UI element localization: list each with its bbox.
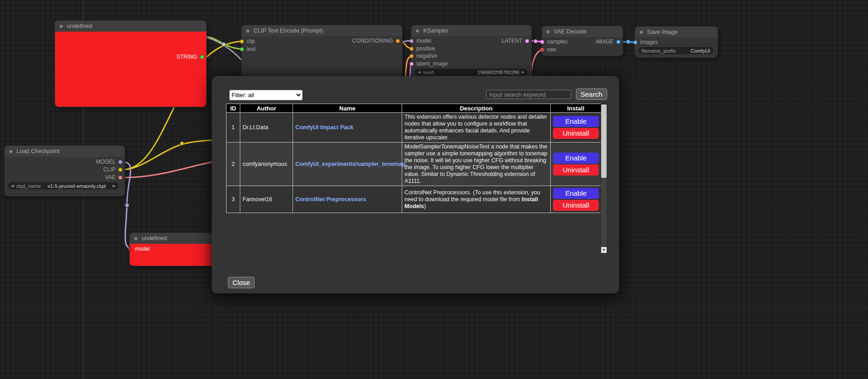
slot-label: positive <box>416 45 435 52</box>
slot-label: latent_image <box>416 60 448 67</box>
node-ksampler[interactable]: KSampler model positive negative latent_… <box>411 25 531 77</box>
input-slot-latent-image[interactable]: latent_image <box>411 60 448 67</box>
latent-slot-dot[interactable] <box>409 62 414 66</box>
node-title: Load Checkpoint <box>17 148 60 154</box>
input-slot-model[interactable]: model <box>411 37 431 44</box>
model-slot-dot[interactable] <box>409 39 414 43</box>
vae-slot-dot[interactable] <box>540 48 544 52</box>
col-header-install: Install <box>551 104 601 113</box>
search-input[interactable] <box>486 90 571 99</box>
latent-slot-dot[interactable] <box>525 39 529 43</box>
vae-slot-dot[interactable] <box>118 176 122 180</box>
node-titlebar[interactable]: VAE Decode <box>542 26 623 37</box>
widget-label: ckpt_name <box>16 183 41 189</box>
node-title: Save Image <box>647 29 678 35</box>
extension-link[interactable]: ComfyUI_experiments/sampler_tonemap <box>295 161 405 167</box>
node-titlebar[interactable]: CLIP Text Encode (Prompt) <box>242 25 402 36</box>
input-slot-samples[interactable]: samples <box>542 38 568 45</box>
node-undefined-top[interactable]: undefined STRING <box>55 21 206 107</box>
input-slot-model[interactable]: model <box>130 245 150 253</box>
scrollbar-thumb[interactable] <box>601 104 607 178</box>
output-slot-latent[interactable]: LATENT <box>502 37 529 44</box>
node-save-image[interactable]: Save Image images filename_prefix ComfyU… <box>635 27 718 57</box>
latent-slot-dot[interactable] <box>540 40 544 44</box>
slot-label: negative <box>416 53 437 59</box>
conditioning-slot-dot[interactable] <box>409 47 414 51</box>
enable-button[interactable]: Enable <box>553 116 599 127</box>
widget-value: ComfyUI <box>678 48 710 54</box>
input-slot-positive[interactable]: positive <box>411 45 435 52</box>
wire-midpoint-dot <box>125 203 129 208</box>
model-slot-dot[interactable] <box>128 247 132 251</box>
table-header-row: ID Author Name Description Install <box>227 104 601 113</box>
close-button[interactable]: Close <box>228 277 254 288</box>
collapse-dot-icon[interactable] <box>546 30 550 34</box>
input-slot-vae[interactable]: vae <box>542 46 556 53</box>
clip-slot-dot[interactable] <box>240 39 244 44</box>
collapse-dot-icon[interactable] <box>134 236 138 241</box>
next-arrow-icon[interactable]: ▶ <box>113 184 116 188</box>
uninstall-button[interactable]: Uninstall <box>553 165 599 176</box>
wire-midpoint-dot <box>534 39 538 44</box>
node-titlebar[interactable]: undefined <box>55 21 206 32</box>
slot-label: text <box>247 46 255 52</box>
input-slot-images[interactable]: images <box>635 38 658 46</box>
slot-label: clip <box>247 38 255 44</box>
cell-description: ControlNet Preprocessors. (To use this e… <box>402 186 551 213</box>
uninstall-button[interactable]: Uninstall <box>553 128 599 139</box>
text-slot-dot[interactable] <box>240 47 244 51</box>
node-titlebar[interactable]: Load Checkpoint <box>5 146 125 157</box>
increment-arrow-icon[interactable]: ▶ <box>522 70 525 74</box>
model-slot-dot[interactable] <box>118 160 122 164</box>
filename-prefix-widget[interactable]: filename_prefix ComfyUI <box>639 47 713 54</box>
input-slot-negative[interactable]: negative <box>411 52 437 60</box>
seed-widget[interactable]: ◀ seed 156680208700286 ▶ <box>415 69 527 76</box>
extension-link[interactable]: ComfyUI Impact Pack <box>295 124 354 131</box>
output-slot-model[interactable]: MODEL <box>96 158 122 165</box>
input-slot-text[interactable]: text <box>242 45 255 53</box>
slot-label: model <box>416 38 431 44</box>
scrollbar-down-arrow-icon[interactable]: ▼ <box>601 247 607 253</box>
table-row: 1 Dr.Lt.Data ComfyUI Impact Pack This ex… <box>227 113 601 143</box>
collapse-dot-icon[interactable] <box>246 29 250 33</box>
output-slot-conditioning[interactable]: CONDITIONING <box>352 37 400 44</box>
enable-button[interactable]: Enable <box>553 153 599 164</box>
conditioning-slot-dot[interactable] <box>396 39 400 43</box>
image-slot-dot[interactable] <box>633 40 637 44</box>
vertical-scrollbar[interactable]: ▼ <box>601 104 607 253</box>
cell-author: Dr.Lt.Data <box>240 113 293 143</box>
widget-value: 156680208700286 <box>436 70 520 75</box>
conditioning-slot-dot[interactable] <box>409 54 414 58</box>
string-slot-dot[interactable] <box>200 55 204 59</box>
node-titlebar[interactable]: KSampler <box>411 25 531 36</box>
node-load-checkpoint[interactable]: Load Checkpoint MODEL CLIP VAE ◀ ckpt_na… <box>5 146 125 196</box>
enable-button[interactable]: Enable <box>553 188 599 199</box>
output-slot-image[interactable]: IMAGE <box>596 38 620 45</box>
collapse-dot-icon[interactable] <box>415 29 420 33</box>
collapse-dot-icon[interactable] <box>639 30 643 34</box>
wire-midpoint-dot <box>180 142 184 146</box>
graph-canvas[interactable]: undefined STRING CLIP Text Encode (Promp… <box>0 0 868 379</box>
extension-link[interactable]: ControlNet Preprocessors <box>295 196 366 203</box>
prev-arrow-icon[interactable]: ◀ <box>11 184 14 188</box>
collapse-dot-icon[interactable] <box>9 149 13 154</box>
output-slot-vae[interactable]: VAE <box>105 174 122 181</box>
search-button[interactable]: Search <box>576 88 607 100</box>
clip-slot-dot[interactable] <box>118 168 122 172</box>
output-slot-string[interactable]: STRING <box>177 53 204 60</box>
node-titlebar[interactable]: Save Image <box>635 27 718 38</box>
cell-id: 3 <box>227 186 240 213</box>
ckpt-name-widget[interactable]: ◀ ckpt_name v1-5-pruned-emaonly.ckpt ▶ <box>8 182 118 189</box>
cell-author: comfyanonymous <box>240 143 293 186</box>
filter-select[interactable]: Filter: all <box>229 90 303 100</box>
node-vae-decode[interactable]: VAE Decode samples vae IMAGE <box>542 26 623 56</box>
uninstall-button[interactable]: Uninstall <box>553 200 599 211</box>
image-slot-dot[interactable] <box>616 40 620 44</box>
input-slot-clip[interactable]: clip <box>242 38 255 45</box>
grid-axis-horizontal <box>0 308 868 308</box>
output-slot-clip[interactable]: CLIP <box>103 166 122 173</box>
node-title: VAE Decode <box>554 28 586 35</box>
decrement-arrow-icon[interactable]: ◀ <box>418 70 420 74</box>
collapse-dot-icon[interactable] <box>59 24 63 28</box>
col-header-id: ID <box>227 104 240 113</box>
